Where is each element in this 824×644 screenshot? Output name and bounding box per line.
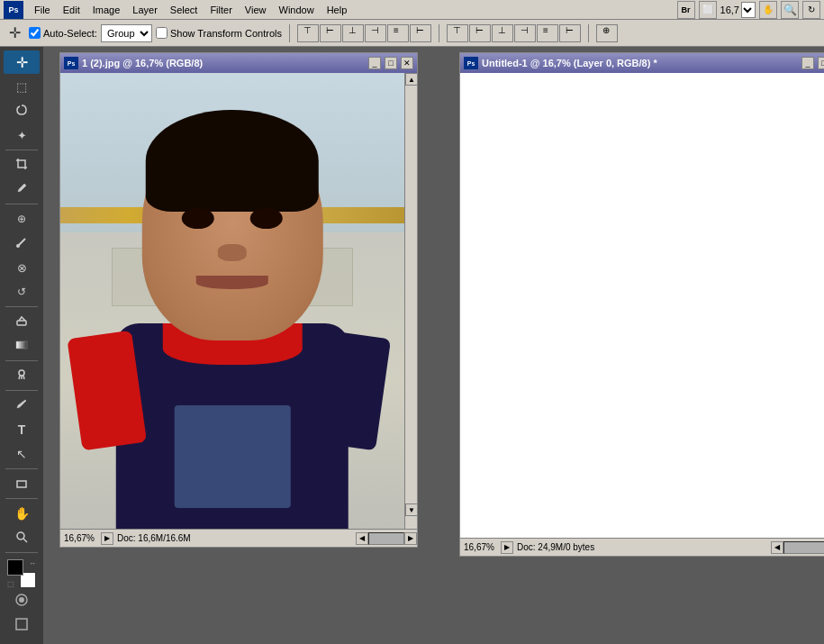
scroll-right-btn-1[interactable]: ▶ xyxy=(404,532,417,545)
doc-minimize-1[interactable]: _ xyxy=(368,57,381,69)
menu-image[interactable]: Image xyxy=(87,3,126,17)
scroll-h-track-2[interactable] xyxy=(783,541,824,554)
eyedropper-icon xyxy=(15,182,28,197)
doc-minimize-2[interactable]: _ xyxy=(801,57,814,69)
dist-left-btn[interactable]: ⊣ xyxy=(514,24,536,42)
default-colors-icon[interactable]: ⬚ xyxy=(7,580,14,588)
child-figure xyxy=(104,119,362,529)
doc-window-1: Ps 1 (2).jpg @ 16,7% (RGB/8) _ □ ✕ xyxy=(59,52,418,548)
hand-tool-icon[interactable]: ✋ xyxy=(759,1,777,19)
svg-rect-1 xyxy=(17,321,26,325)
scroll-h-track-1[interactable] xyxy=(368,532,404,545)
quick-mask-icon xyxy=(14,593,29,610)
history-brush-tool[interactable]: ↺ xyxy=(4,280,40,304)
status-arrow-2[interactable]: ▶ xyxy=(501,541,513,554)
auto-select-group-select[interactable]: Group Layer xyxy=(101,24,152,42)
switch-colors-icon[interactable]: ↔ xyxy=(29,559,36,567)
path-select-tool[interactable]: ↖ xyxy=(4,442,40,466)
zoom-tool[interactable] xyxy=(4,526,40,549)
align-top-btn[interactable]: ⊤ xyxy=(297,24,319,42)
menu-view[interactable]: View xyxy=(240,3,272,17)
magic-wand-tool[interactable]: ✦ xyxy=(4,123,40,147)
doc-restore-1[interactable]: □ xyxy=(385,57,397,69)
doc-title-1: 1 (2).jpg @ 16,7% (RGB/8) xyxy=(82,58,365,68)
shape-icon xyxy=(15,476,28,492)
zoom-tool-icon[interactable]: 🔍 xyxy=(781,1,799,19)
scroll-left-btn-2[interactable]: ◀ xyxy=(771,541,783,554)
scroll-up-btn-1[interactable]: ▲ xyxy=(405,73,417,86)
lasso-icon xyxy=(15,104,28,119)
doc-close-1[interactable]: ✕ xyxy=(401,57,413,69)
align-vcenter-btn[interactable]: ⊢ xyxy=(320,24,341,42)
menu-help[interactable]: Help xyxy=(321,3,353,17)
menu-edit[interactable]: Edit xyxy=(58,3,86,17)
dist-bottom-btn[interactable]: ⊥ xyxy=(492,24,513,42)
clone-stamp-tool[interactable]: ⊗ xyxy=(4,256,40,279)
tool-sep-7 xyxy=(5,498,38,499)
menu-file[interactable]: File xyxy=(29,3,56,17)
menu-layer[interactable]: Layer xyxy=(127,3,163,17)
pen-tool[interactable] xyxy=(4,394,40,417)
clone-stamp-icon: ⊗ xyxy=(17,261,27,275)
menu-filter[interactable]: Filter xyxy=(204,3,237,17)
eraser-icon xyxy=(15,314,28,330)
child-mouth xyxy=(196,276,268,288)
doc-size-1: Doc: 16,6M/16.6M xyxy=(113,533,356,543)
workspace-icon[interactable]: ⬜ xyxy=(699,1,717,19)
doc-restore-2[interactable]: □ xyxy=(818,57,824,69)
healing-brush-icon: ⊕ xyxy=(17,213,26,225)
eye-left xyxy=(182,208,214,230)
gradient-tool[interactable] xyxy=(4,334,40,358)
quick-mask-mode[interactable] xyxy=(4,589,40,612)
auto-select-check[interactable] xyxy=(29,27,41,39)
healing-brush-tool[interactable]: ⊕ xyxy=(4,207,40,231)
dist-top-btn[interactable]: ⊤ xyxy=(447,24,468,42)
doc-titlebar-1[interactable]: Ps 1 (2).jpg @ 16,7% (RGB/8) _ □ ✕ xyxy=(60,53,417,73)
hand-icon: ✋ xyxy=(14,506,30,521)
doc-ps-icon-1: Ps xyxy=(64,57,78,69)
text-tool[interactable]: T xyxy=(4,418,40,441)
doc-scrollbar-v-1[interactable]: ▲ ▼ xyxy=(404,73,417,529)
menu-bar: Ps File Edit Image Layer Select Filter V… xyxy=(0,0,824,20)
svg-point-8 xyxy=(19,597,24,603)
eraser-tool[interactable] xyxy=(4,310,40,333)
bridge-icon[interactable]: Br xyxy=(677,1,695,19)
crop-tool[interactable] xyxy=(4,153,40,177)
dist-vcenter-btn[interactable]: ⊢ xyxy=(469,24,491,42)
doc-statusbar-2: 16,67% ▶ Doc: 24,9M/0 bytes ◀ ▶ xyxy=(460,538,824,556)
opt-sep-3 xyxy=(588,24,589,42)
tool-sep-2 xyxy=(5,204,38,204)
doc-content-1: ▲ ▼ 16,67% ▶ Doc: 16,6M/16.6M ◀ ▶ xyxy=(60,73,417,547)
options-bar: ✛ Auto-Select: Group Layer Show Transfor… xyxy=(0,20,824,47)
menu-select[interactable]: Select xyxy=(165,3,204,17)
dodge-tool[interactable] xyxy=(4,364,40,387)
eyedropper-tool[interactable] xyxy=(4,177,40,201)
status-arrow-1[interactable]: ▶ xyxy=(101,532,113,545)
lasso-tool[interactable] xyxy=(4,99,40,122)
scroll-down-btn-1[interactable]: ▼ xyxy=(405,503,417,516)
marquee-tool[interactable]: ⬚ xyxy=(4,75,40,98)
foreground-color-swatch[interactable] xyxy=(7,559,23,576)
auto-align-btn[interactable]: ⊕ xyxy=(596,24,618,42)
align-hcenter-btn[interactable]: ≡ xyxy=(387,24,409,42)
dist-hcenter-btn[interactable]: ≡ xyxy=(537,24,558,42)
tool-sep-4 xyxy=(5,360,38,361)
move-tool[interactable]: ✛ xyxy=(4,50,40,74)
scroll-left-btn-1[interactable]: ◀ xyxy=(356,532,368,545)
rotate-icon[interactable]: ↻ xyxy=(802,1,820,19)
show-transform-check[interactable] xyxy=(156,27,168,39)
hand-tool[interactable]: ✋ xyxy=(4,502,40,525)
screen-mode[interactable] xyxy=(4,613,40,637)
zoom-icon xyxy=(15,531,28,546)
doc-size-2: Doc: 24,9M/0 bytes xyxy=(513,542,771,552)
align-right-btn[interactable]: ⊢ xyxy=(410,24,431,42)
shape-tool[interactable] xyxy=(4,472,40,495)
align-bottom-btn[interactable]: ⊥ xyxy=(342,24,364,42)
brush-tool[interactable] xyxy=(4,231,40,255)
menu-window[interactable]: Window xyxy=(274,3,320,17)
align-left-btn[interactable]: ⊣ xyxy=(365,24,386,42)
child-nose xyxy=(218,244,247,261)
zoom-select[interactable] xyxy=(741,2,756,18)
dist-right-btn[interactable]: ⊢ xyxy=(559,24,581,42)
doc-titlebar-2[interactable]: Ps Untitled-1 @ 16,7% (Layer 0, RGB/8) *… xyxy=(460,53,824,73)
